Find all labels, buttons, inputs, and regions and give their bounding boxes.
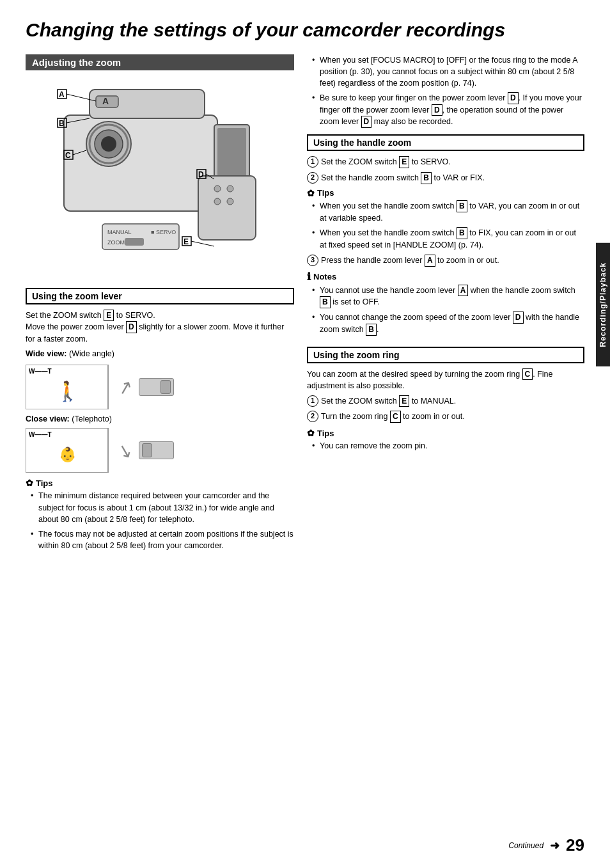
- svg-rect-9: [217, 128, 246, 176]
- handle-tips-heading: ✿ Tips: [307, 188, 584, 198]
- handle-step-1: 1 Set the ZOOM switch E to SERVO.: [307, 156, 584, 168]
- tips-heading-left: ✿ Tips: [26, 478, 294, 488]
- zoom-ring-step-2: 2 Turn the zoom ring C to zoom in or out…: [307, 411, 584, 423]
- right-bullet-2: Be sure to keep your finger on the power…: [312, 92, 584, 128]
- handle-tips-icon: ✿: [307, 188, 315, 198]
- wide-view-label: Wide view: (Wide angle): [26, 348, 294, 359]
- continued-arrow: ➜: [550, 839, 559, 853]
- zoom-ring-step-1: 1 Set the ZOOM switch E to MANUAL.: [307, 395, 584, 407]
- handle-zoom-header: Using the handle zoom: [307, 134, 584, 151]
- handle-tip-1: When you set the handle zoom switch B to…: [312, 200, 584, 224]
- svg-point-14: [227, 198, 233, 205]
- note-1: You cannot use the handle zoom lever A w…: [312, 285, 584, 309]
- tip-item-2: The focus may not be adjusted at certain…: [31, 528, 294, 551]
- lever-close: [139, 441, 174, 459]
- svg-text:ZOOM: ZOOM: [107, 239, 125, 246]
- person-wide: 🚶: [56, 380, 79, 402]
- tips-list-left: The minimum distance required between yo…: [26, 490, 294, 551]
- svg-point-13: [214, 198, 221, 205]
- zoom-diagrams: W——T 🚶 ↗ Close view: (Telephoto): [26, 365, 294, 473]
- adjusting-zoom-header: Adjusting the zoom: [26, 54, 294, 70]
- camcorder-svg: A MANUAL ■ SERVO ZOOM: [26, 77, 269, 281]
- arrow-wide: ↗: [115, 375, 135, 399]
- notes-icon: ℹ: [307, 271, 311, 283]
- right-column: When you set [FOCUS MACRO] to [OFF] or t…: [307, 54, 584, 555]
- svg-rect-19: [125, 238, 144, 246]
- svg-line-34: [191, 241, 214, 246]
- zoom-ring-tips-list: You can remove the zoom pin.: [307, 440, 584, 452]
- handle-step-2: 2 Set the handle zoom switch B to VAR or…: [307, 172, 584, 184]
- zoom-ring-steps: 1 Set the ZOOM switch E to MANUAL. 2 Tur…: [307, 395, 584, 423]
- tip-item-1: The minimum distance required between yo…: [31, 490, 294, 525]
- svg-text:■ SERVO: ■ SERVO: [151, 229, 176, 235]
- svg-text:A: A: [59, 90, 65, 99]
- notes-list: You cannot use the handle zoom lever A w…: [307, 285, 584, 336]
- close-view-box: W——T 👶: [26, 428, 109, 473]
- svg-point-3: [101, 136, 116, 152]
- handle-zoom-step3: 3 Press the handle zoom lever A to zoom …: [307, 255, 584, 267]
- handle-tip-2: When you set the handle zoom switch B to…: [312, 227, 584, 251]
- side-tab: Recording/Playback: [596, 243, 610, 367]
- wide-view-box: W——T 🚶: [26, 365, 109, 409]
- svg-point-11: [214, 185, 221, 192]
- person-close: 👶: [59, 446, 76, 463]
- continued-text: Continued: [508, 841, 544, 850]
- zoom-ring-tips-heading: ✿ Tips: [307, 428, 584, 438]
- zoom-ring-body: You can zoom at the desired speed by tur…: [307, 368, 584, 392]
- handle-zoom-steps: 1 Set the ZOOM switch E to SERVO. 2 Set …: [307, 156, 584, 184]
- two-column-layout: Adjusting the zoom A: [26, 54, 584, 555]
- page-number: 29: [566, 835, 584, 855]
- page-title: Changing the settings of your camcorder …: [26, 19, 584, 42]
- svg-text:C: C: [65, 151, 71, 160]
- svg-text:A: A: [102, 96, 109, 106]
- handle-step-3: 3 Press the handle zoom lever A to zoom …: [307, 255, 584, 267]
- label-e: E: [104, 310, 114, 322]
- svg-text:B: B: [59, 119, 65, 128]
- camcorder-diagram: A MANUAL ■ SERVO ZOOM: [26, 77, 269, 281]
- label-d: D: [126, 321, 137, 333]
- zoom-lever-header: Using the zoom lever: [26, 288, 294, 304]
- zoom-lever-body: Set the ZOOM switch E to SERVO. Move the…: [26, 310, 294, 345]
- zoom-ring-tip-1: You can remove the zoom pin.: [312, 440, 584, 452]
- svg-text:MANUAL: MANUAL: [107, 229, 132, 235]
- page-footer: Continued ➜ 29: [508, 835, 584, 855]
- left-column: Adjusting the zoom A: [26, 54, 294, 555]
- arrow-close: ↘: [115, 439, 135, 463]
- handle-tips-list: When you set the handle zoom switch B to…: [307, 200, 584, 251]
- svg-rect-10: [198, 176, 256, 240]
- page: Changing the settings of your camcorder …: [0, 0, 610, 868]
- zoom-ring-header: Using the zoom ring: [307, 347, 584, 363]
- lever-wide: [139, 378, 174, 396]
- right-bullet-1: When you set [FOCUS MACRO] to [OFF] or t…: [312, 54, 584, 89]
- tips-icon: ✿: [26, 478, 33, 488]
- svg-text:D: D: [198, 170, 204, 179]
- svg-point-12: [227, 185, 233, 192]
- svg-rect-0: [64, 115, 217, 211]
- note-2: You cannot change the zoom speed of the …: [312, 312, 584, 336]
- zoom-ring-tips-icon: ✿: [307, 428, 315, 438]
- svg-text:E: E: [184, 237, 189, 246]
- close-view-label: Close view: (Telephoto): [26, 413, 294, 425]
- right-col-bullets: When you set [FOCUS MACRO] to [OFF] or t…: [307, 54, 584, 129]
- notes-heading: ℹ Notes: [307, 271, 584, 283]
